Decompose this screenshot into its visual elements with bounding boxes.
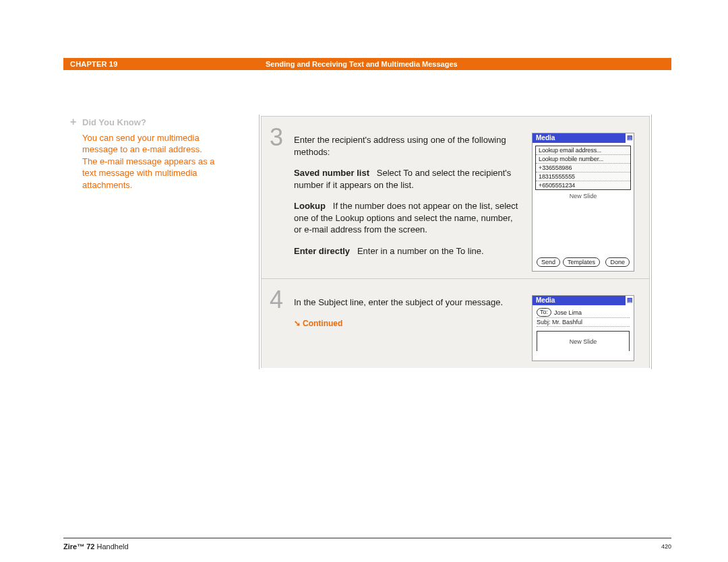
- list-item[interactable]: +336558986: [536, 164, 630, 173]
- step-3-item-saved: Saved number list Select To and select t…: [294, 167, 521, 191]
- steps-container: 3 Enter the recipient's address using on…: [259, 115, 652, 369]
- list-item[interactable]: +6505551234: [536, 181, 630, 189]
- product-name: Zire™ 72 Handheld: [63, 542, 129, 551]
- device-media-compose: Media ▤ To: Jose Lima Subj: Mr. Bashful …: [532, 295, 634, 361]
- step-4-screenshot: Media ▤ To: Jose Lima Subj: Mr. Bashful …: [528, 279, 649, 368]
- to-button[interactable]: To:: [537, 308, 551, 317]
- continued-indicator: ➘Continued: [294, 318, 521, 329]
- menu-icon[interactable]: ▤: [626, 133, 634, 143]
- templates-button[interactable]: Templates: [563, 257, 600, 267]
- device-media-lookup: Media ▤ Lookup email address... Lookup m…: [532, 133, 634, 272]
- plus-icon: +: [70, 115, 82, 129]
- to-line: To: Jose Lima: [537, 308, 630, 318]
- step-4-body: In the Subject line, enter the subject o…: [291, 279, 528, 368]
- subject-line: Subj: Mr. Bashful: [537, 318, 630, 327]
- device2-titlebar: Media ▤: [533, 296, 634, 305]
- chapter-header: CHAPTER 19 Sending and Receiving Text an…: [63, 58, 671, 70]
- send-button[interactable]: Send: [537, 257, 560, 267]
- list-item[interactable]: Lookup email address...: [536, 146, 630, 155]
- to-value: Jose Lima: [554, 309, 582, 316]
- device1-titlebar: Media ▤: [533, 133, 634, 143]
- step-3-body: Enter the recipient's address using one …: [291, 117, 528, 278]
- new-slide-area[interactable]: New Slide: [537, 331, 630, 351]
- continued-arrow-icon: ➘: [294, 318, 301, 329]
- step-3-item-direct: Enter directly Enter in a number on the …: [294, 245, 521, 257]
- step-3-item-lookup: Lookup If the number does not appear on …: [294, 200, 521, 236]
- new-slide-label: New Slide: [538, 193, 628, 199]
- step-4: 4 In the Subject line, enter the subject…: [261, 278, 650, 368]
- did-you-know-body: You can send your multimedia message to …: [70, 132, 218, 191]
- did-you-know-heading: +Did You Know?: [70, 115, 218, 129]
- step-3-intro: Enter the recipient's address using one …: [294, 134, 521, 158]
- page-footer: Zire™ 72 Handheld 420: [63, 538, 671, 551]
- step-number: 4: [262, 279, 291, 368]
- chapter-label: CHAPTER 19: [63, 60, 117, 68]
- step-3-screenshot: Media ▤ Lookup email address... Lookup m…: [528, 117, 649, 278]
- done-button[interactable]: Done: [605, 257, 630, 267]
- lookup-dropdown: Lookup email address... Lookup mobile nu…: [535, 146, 631, 190]
- device1-buttons: Send Templates Done: [533, 255, 634, 271]
- did-you-know-sidebar: +Did You Know? You can send your multime…: [70, 115, 218, 191]
- menu-icon[interactable]: ▤: [626, 296, 634, 305]
- list-item[interactable]: Lookup mobile number...: [536, 155, 630, 164]
- page-number: 420: [661, 543, 671, 550]
- subject-value: Mr. Bashful: [552, 319, 582, 325]
- step-number: 3: [262, 117, 291, 278]
- list-item[interactable]: 18315555555: [536, 173, 630, 181]
- step-4-intro: In the Subject line, enter the subject o…: [294, 296, 521, 309]
- step-3: 3 Enter the recipient's address using on…: [261, 116, 650, 278]
- chapter-title: Sending and Receiving Text and Multimedi…: [266, 58, 458, 70]
